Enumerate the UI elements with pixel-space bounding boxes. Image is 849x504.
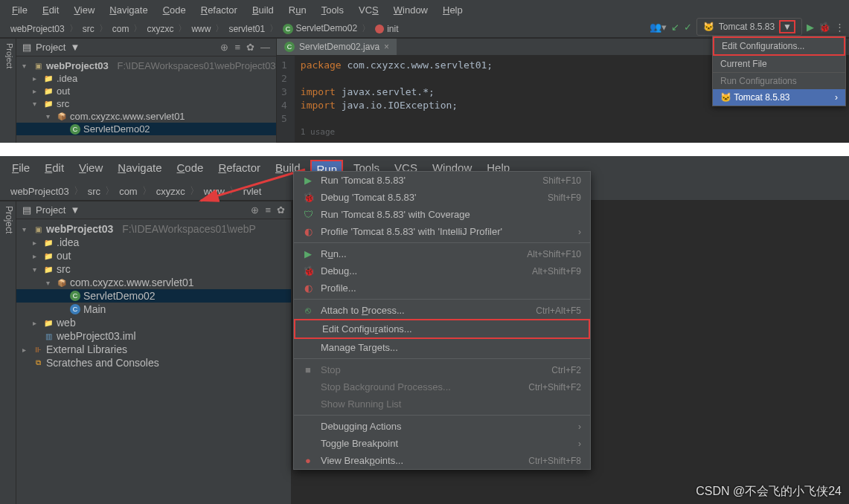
debug-tomcat-item[interactable]: 🐞Debug 'Tomcat 8.5.83'Shift+F9 (294, 189, 590, 206)
debug-icon[interactable]: 🐞 (818, 22, 830, 33)
menubar: File Edit View Navigate Code Refactor Bu… (0, 0, 849, 20)
menu-navigate[interactable]: Navigate (113, 160, 166, 178)
menu-file[interactable]: File (7, 160, 34, 178)
breadcrumb-seg[interactable]: www (201, 186, 228, 197)
dropdown-arrow-icon[interactable]: ▼ (779, 20, 795, 33)
breadcrumb-seg[interactable]: webProject03 (7, 186, 72, 197)
menu-file[interactable]: File (7, 3, 32, 17)
breadcrumb-seg[interactable]: com (109, 24, 132, 34)
tree-class-main[interactable]: CMain (16, 303, 291, 316)
menu-refactor[interactable]: Refactor (196, 3, 242, 17)
breadcrumb-seg[interactable]: C ServletDemo02 (280, 23, 360, 34)
dropdown-icon[interactable]: ▼ (70, 42, 80, 53)
run-tomcat-item[interactable]: ▶Run 'Tomcat 8.5.83'Shift+F10 (294, 172, 590, 189)
breadcrumb-seg[interactable]: servlet01 (225, 24, 268, 34)
tree-package[interactable]: ▾📦com.cxyzxc.www.servlet01 (16, 276, 291, 289)
project-tool-icon: ▤ (22, 204, 31, 216)
tree-folder-src[interactable]: ▾📁src (16, 262, 291, 276)
menu-view[interactable]: View (74, 160, 107, 178)
view-bp-item[interactable]: ●View Breakpoints...Ctrl+Shift+F8 (294, 452, 590, 469)
breadcrumb-seg[interactable]: com (116, 186, 141, 197)
menu-help[interactable]: Help (438, 3, 467, 17)
tomcat-icon: 🐱 (703, 22, 714, 32)
target-icon[interactable]: ⊕ (220, 42, 228, 53)
tree-external-libs[interactable]: ▸⊪External Libraries (16, 343, 291, 356)
run-config-selector[interactable]: 🐱 Tomcat 8.5.83 ▼ (696, 18, 802, 36)
attach-item[interactable]: ⎋Attach to Process...Ctrl+Alt+F5 (294, 302, 590, 319)
edit-configurations-item[interactable]: Edit Configurations... (294, 319, 590, 339)
menu-window[interactable]: Window (389, 3, 432, 17)
menu-vcs[interactable]: VCS (354, 3, 383, 17)
tree-iml[interactable]: ▥webProject03.iml (16, 329, 291, 343)
run-icon[interactable]: ▶ (807, 22, 814, 33)
debug-item[interactable]: 🐞Debug...Alt+Shift+F9 (294, 262, 590, 280)
run-item[interactable]: ▶Run...Alt+Shift+F10 (294, 245, 590, 262)
breadcrumb-seg[interactable]: cxyzxc (144, 24, 176, 34)
tree-folder-out[interactable]: ▸📁out (16, 85, 276, 97)
breadcrumb-seg[interactable]: src (80, 24, 97, 34)
flatten-icon[interactable]: ≡ (265, 204, 271, 216)
menu-code[interactable]: Code (173, 160, 208, 178)
menu-navigate[interactable]: Navigate (105, 3, 152, 17)
settings-icon[interactable]: ✿ (277, 204, 285, 216)
manage-targets-item[interactable]: Manage Targets... (294, 339, 590, 356)
code[interactable]: package com.cxyzxc.www.servlet01; import… (295, 56, 499, 142)
profile-dots-item[interactable]: ◐Profile... (294, 280, 590, 297)
vcs-check-icon[interactable]: ✓ (684, 22, 692, 33)
stop-bg-item: Stop Background Processes...Ctrl+Shift+F… (294, 378, 590, 395)
project-tool-icon: ▤ (22, 42, 31, 53)
tree-folder-idea[interactable]: ▸📁.idea (16, 236, 291, 249)
breadcrumb-seg[interactable]: rvlet (240, 186, 265, 197)
breadcrumb-seg[interactable]: init (372, 24, 401, 34)
menu-view[interactable]: View (69, 3, 99, 17)
gutter: 12345 (277, 56, 295, 142)
menu-tools[interactable]: Tools (317, 3, 348, 17)
users-icon[interactable]: 👥▾ (650, 22, 667, 33)
show-running-item: Show Running List (294, 395, 590, 413)
back-arrow-icon[interactable]: ↙ (671, 22, 679, 33)
tree-folder-idea[interactable]: ▸📁.idea (16, 72, 276, 85)
run-config-dropdown: Edit Configurations... Current File Run … (712, 36, 846, 106)
breadcrumb-seg[interactable]: webProject03 (7, 24, 68, 34)
project-tree: ▾▣webProject03 F:\IDEAWorkspaces01\webP … (16, 219, 291, 372)
more-icon[interactable]: ⋮ (835, 22, 845, 33)
debug-actions-item[interactable]: Debugging Actions› (294, 418, 590, 435)
run-menu-popup: ▶Run 'Tomcat 8.5.83'Shift+F10 🐞Debug 'To… (293, 171, 591, 470)
project-panel: ▤ Project ▼ ⊕ ≡ ✿ ▾▣webProject03 F:\IDEA… (16, 201, 292, 504)
project-panel: ▤ Project ▼ ⊕ ≡ ✿ — ▾▣webProject03 F:\ID… (16, 39, 277, 143)
tree-root[interactable]: ▾▣webProject03 F:\IDEAWorkspaces01\webP (16, 222, 291, 236)
tree-folder-src[interactable]: ▾📁src (16, 97, 276, 110)
edit-configurations-item[interactable]: Edit Configurations... (713, 36, 845, 56)
menu-code[interactable]: Code (158, 3, 190, 17)
flatten-icon[interactable]: ≡ (234, 42, 240, 53)
settings-icon[interactable]: ✿ (246, 42, 254, 53)
coverage-item[interactable]: 🛡Run 'Tomcat 8.5.83' with Coverage (294, 206, 590, 223)
tree-folder-out[interactable]: ▸📁out (16, 249, 291, 262)
menu-build[interactable]: Build (248, 3, 278, 17)
target-icon[interactable]: ⊕ (251, 204, 259, 216)
breadcrumb-seg[interactable]: src (85, 186, 103, 197)
current-file-item[interactable]: Current File (713, 56, 845, 72)
tree-scratches[interactable]: ⧉Scratches and Consoles (16, 356, 291, 369)
tree-class[interactable]: CServletDemo02 (16, 289, 291, 303)
menu-edit[interactable]: Edit (40, 160, 68, 178)
project-tool-tab[interactable]: Project (0, 39, 16, 143)
profile-item[interactable]: ◐Profile 'Tomcat 8.5.83' with 'IntelliJ … (294, 223, 590, 240)
hide-icon[interactable]: — (260, 42, 270, 53)
editor-tab[interactable]: C ServletDemo02.java × (277, 39, 397, 55)
breadcrumb-seg[interactable]: www (188, 24, 214, 34)
close-tab-icon[interactable]: × (384, 42, 389, 52)
tomcat-config-item[interactable]: 🐱 Tomcat 8.5.83 › (713, 89, 845, 106)
menu-edit[interactable]: Edit (38, 3, 63, 17)
menu-refactor[interactable]: Refactor (214, 160, 265, 178)
dropdown-icon[interactable]: ▼ (70, 204, 80, 216)
toggle-bp-item[interactable]: Toggle Breakpoint› (294, 435, 590, 452)
tree-folder-web[interactable]: ▸📁web (16, 316, 291, 329)
tree-class[interactable]: CServletDemo02 (16, 123, 276, 135)
tree-root[interactable]: ▾▣webProject03 F:\IDEAWorkspaces01\webPr… (16, 59, 276, 72)
tree-package[interactable]: ▾📦com.cxyzxc.www.servlet01 (16, 110, 276, 123)
project-tool-tab[interactable]: Project (0, 201, 16, 504)
class-icon: C (284, 42, 295, 52)
breadcrumb-seg[interactable]: cxyzxc (153, 186, 188, 197)
menu-run[interactable]: Run (284, 3, 311, 17)
